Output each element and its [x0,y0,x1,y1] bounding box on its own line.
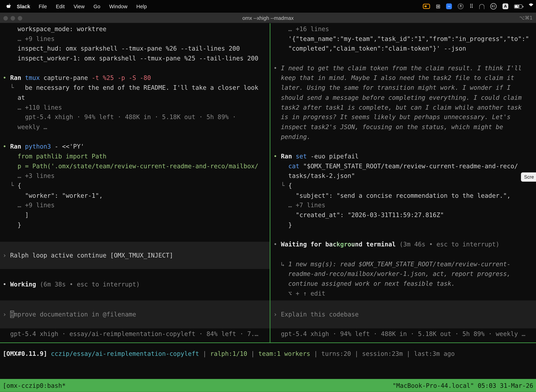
left-pane-output: workspace_mode: worktree … +9 lines insp… [3,24,270,230]
terminal-line: "subject": "send a concise recommendatio… [273,191,536,201]
terminal-line [3,132,270,142]
composer-placeholder: › Explain this codebase [270,309,536,319]
terminal-line: later. Using the same for transition mig… [273,83,536,93]
menu-item-go[interactable]: Go [89,3,105,9]
tmux-status-bar: [omx-cczip0:bash* "MacBook-Pro-44.local"… [0,379,536,392]
right-composer[interactable]: › Explain this codebase [270,300,536,328]
composer-placeholder: › Improve documentation in @filename [0,309,270,319]
terminal-line: ] [3,210,270,220]
terminal-line: └ { [3,181,270,191]
menu-item-view[interactable]: View [69,3,89,9]
terminal-line: … +110 lines [3,103,270,112]
pane-divider-horizontal[interactable] [0,342,536,343]
wifi-icon[interactable] [528,3,534,9]
terminal-line: … +7 lines [273,201,536,210]
menu-item-file[interactable]: File [34,3,52,9]
minimize-button[interactable] [10,16,15,20]
terminal: workspace_mode: worktree … +9 lines insp… [0,23,536,379]
grid-icon[interactable]: ⊞ [436,4,440,9]
terminal-line: • I need to get the claim token from the… [273,63,536,73]
right-terminal-pane[interactable]: … +16 lines '{"team_name":"my-team","tas… [270,23,536,343]
right-pane-output: … +16 lines '{"team_name":"my-team","tas… [273,24,536,299]
terminal-line: } [273,220,536,230]
menu-item-edit[interactable]: Edit [51,3,69,9]
terminal-line [273,230,536,240]
terminal-line: should send a message before completing … [273,93,536,103]
pane-divider-vertical[interactable] [270,23,270,343]
active-app-name[interactable]: Slack [13,3,34,9]
terminal-line: • Waiting for background terminal (3m 46… [273,240,536,250]
terminal-line: … +3 lines [3,171,270,181]
terminal-line: continue assigned work or next feasible … [273,279,536,289]
terminal-line: } [3,220,270,230]
screen-recording-indicator-icon[interactable] [423,4,430,9]
terminal-line: • Ran set -euo pipefail [273,152,536,161]
close-button[interactable] [3,16,8,20]
terminal-line [273,142,536,152]
terminal-line: pending. [273,132,536,142]
input-source-icon[interactable]: A [502,3,508,9]
terminal-line: keep that in mind. Maybe I also need the… [273,73,536,83]
terminal-line: tasks/task-2.json" [273,171,536,181]
terminal-line: is in progress? It seems likely but perh… [273,112,536,122]
terminal-line: • Ran python3 - <<'PY' [3,142,270,152]
terminal-line: workspace_mode: worktree [3,24,270,34]
terminal-line: task2 after task1 is complete, but can I… [273,103,536,112]
tmux-host-clock-label: "MacBook-Pro-44.local" 05:03 31-Mar-26 [392,382,533,389]
window-title: omx --xhigh --madmax [242,15,294,21]
queued-message-band: › Ralph loop active continue [OMX_TMUX_I… [0,242,270,269]
menu-bar-status-icons: ⊞ ~ ⠿ 61 A ϟ [423,0,534,13]
queued-message: › Ralph loop active continue [OMX_TMUX_I… [0,250,270,260]
terminal-line: ↳ 1 new msg(s): read $OMX_TEAM_STATE_ROO… [273,259,536,269]
left-composer[interactable]: › Improve documentation in @filename [0,300,270,328]
charging-bolt-icon: ϟ [515,4,522,9]
left-model-footer: gpt-5.4 xhigh · essay/ai-reimplementatio… [3,329,270,339]
terminal-line: inspect task2's JSON, focusing on the st… [273,122,536,132]
window-title-bar: omx --xhigh --madmax ⌥⌘1 [0,13,536,23]
right-model-footer: gpt-5.4 xhigh · 94% left · 488K in · 5.1… [273,329,536,339]
screen: Slack File Edit View Go Window Help ⊞ ~ … [0,0,536,392]
blue-app-icon[interactable]: ~ [446,3,452,9]
terminal-line: "created_at": "2026-03-31T11:59:27.816Z" [273,210,536,220]
terminal-line: └ { [273,181,536,191]
terminal-line: gpt-5.4 xhigh · 94% left · 488K in · 5.1… [3,112,270,122]
tmux-session-label: [omx-cczip0:bash* [3,382,66,389]
apple-menu-icon[interactable] [6,3,11,9]
terminal-line: inspect_hud: omx sparkshell --tmux-pane … [3,44,270,54]
working-status-line: • Working (6m 38s • esc to interrupt) [3,280,270,289]
terminal-line: "completed","claim_token":"claim-token"}… [273,44,536,54]
menu-bar: Slack File Edit View Go Window Help ⊞ ~ … [0,0,536,13]
clock-app-icon[interactable] [458,3,464,9]
terminal-line: weekly … [3,122,270,132]
terminal-line [273,250,536,259]
screen-control-flyout[interactable]: Scre [521,173,536,182]
menu-item-window[interactable]: Window [105,3,132,9]
battery-icon[interactable]: ϟ [514,4,522,8]
terminal-line [273,54,536,63]
terminal-line: readme-and-reco/mailbox/worker-1.json, a… [273,269,536,279]
dots-grid-icon[interactable]: ⠿ [469,4,474,9]
terminal-line: p = Path('.omx/state/team/review-current… [3,161,270,171]
terminal-line: inspect_worker-1: omx sparkshell --tmux-… [3,54,270,63]
terminal-line: cat "$OMX_TEAM_STATE_ROOT/team/review-cu… [273,161,536,171]
terminal-line: ⌥ + ↑ edit [273,289,536,299]
zoom-button[interactable] [18,16,22,20]
terminal-line: "worker": "worker-1", [3,191,270,201]
terminal-line: at [3,93,270,103]
ghost-app-icon[interactable] [479,4,484,9]
terminal-line: … +16 lines [273,24,536,34]
terminal-line: '{"team_name":"my-team","task_id":"1","f… [273,34,536,44]
terminal-line: from pathlib import Path [3,152,270,161]
terminal-line: └ be necessary for the end of the README… [3,83,270,93]
terminal-line: … +9 lines [3,34,270,44]
terminal-line: … +9 lines [3,201,270,210]
window-shortcut-badge: ⌥⌘1 [519,15,533,21]
terminal-line [3,63,270,73]
omx-status-line: [OMX#0.11.9] cczip/essay/ai-reimplementa… [3,349,455,359]
battery-gauge-icon[interactable]: 61 [490,3,497,9]
battery-cap [522,6,523,7]
terminal-line: • Ran tmux capture-pane -t %25 -p -S -80 [3,73,270,83]
left-terminal-pane[interactable]: workspace_mode: worktree … +9 lines insp… [0,23,270,343]
menu-item-help[interactable]: Help [132,3,151,9]
